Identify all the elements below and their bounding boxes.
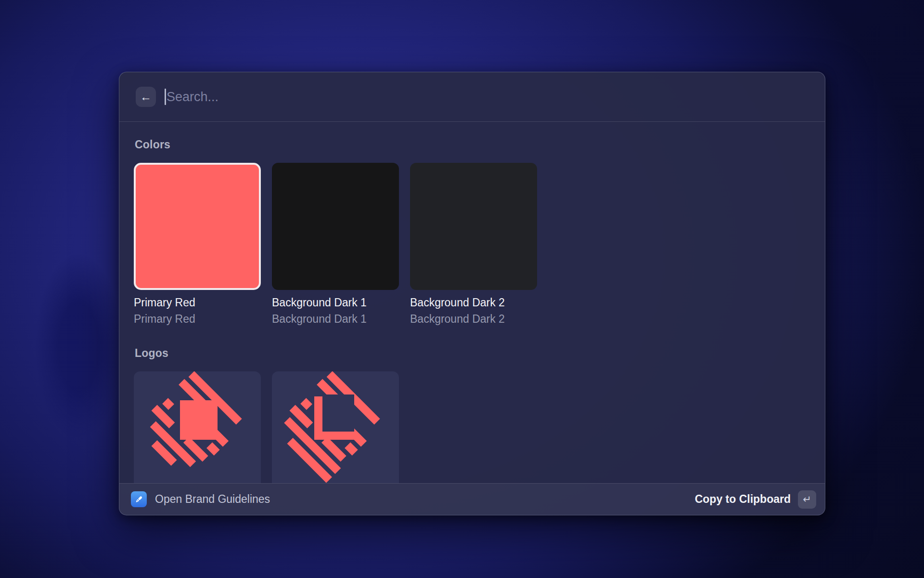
logo-solid-square-image xyxy=(134,371,261,483)
logo-card-solid[interactable] xyxy=(134,371,261,483)
color-swatch xyxy=(410,163,537,290)
section-colors: Colors Primary Red Primary Red Backgroun… xyxy=(134,138,810,326)
open-brand-guidelines-action[interactable]: Open Brand Guidelines xyxy=(155,493,270,506)
copy-to-clipboard-action[interactable]: Copy to Clipboard xyxy=(695,493,791,506)
logo-outline-square-image xyxy=(272,371,399,483)
search-field-wrap xyxy=(167,90,808,105)
text-cursor xyxy=(165,89,166,105)
logo-card-outline[interactable] xyxy=(272,371,399,483)
command-palette-window: ← Colors Primary Red Primary Red Backgro… xyxy=(119,72,825,515)
logos-grid xyxy=(134,371,810,483)
color-card-background-dark-1[interactable]: Background Dark 1 Background Dark 1 xyxy=(272,163,399,326)
back-arrow-icon: ← xyxy=(140,91,152,103)
enter-key-hint: ↵ xyxy=(798,490,816,509)
color-name: Primary Red xyxy=(134,296,261,309)
return-key-icon: ↵ xyxy=(803,494,811,505)
colors-grid: Primary Red Primary Red Background Dark … xyxy=(134,163,810,326)
search-header: ← xyxy=(119,72,825,122)
color-subtitle: Background Dark 1 xyxy=(272,313,399,326)
section-title-logos: Logos xyxy=(135,347,810,360)
search-input[interactable] xyxy=(167,90,808,105)
color-card-primary-red[interactable]: Primary Red Primary Red xyxy=(134,163,261,326)
color-swatch-selected xyxy=(134,163,261,290)
section-logos: Logos xyxy=(134,347,810,483)
color-card-background-dark-2[interactable]: Background Dark 2 Background Dark 2 xyxy=(410,163,537,326)
color-subtitle: Primary Red xyxy=(134,313,261,326)
color-subtitle: Background Dark 2 xyxy=(410,313,537,326)
paintbrush-icon xyxy=(134,494,144,504)
color-name: Background Dark 1 xyxy=(272,296,399,309)
color-swatch xyxy=(272,163,399,290)
back-button[interactable]: ← xyxy=(136,87,156,107)
color-name: Background Dark 2 xyxy=(410,296,537,309)
brand-guidelines-app-icon xyxy=(131,491,147,507)
section-title-colors: Colors xyxy=(135,138,810,151)
action-bar: Open Brand Guidelines Copy to Clipboard … xyxy=(119,483,825,515)
results-list: Colors Primary Red Primary Red Backgroun… xyxy=(119,122,825,483)
